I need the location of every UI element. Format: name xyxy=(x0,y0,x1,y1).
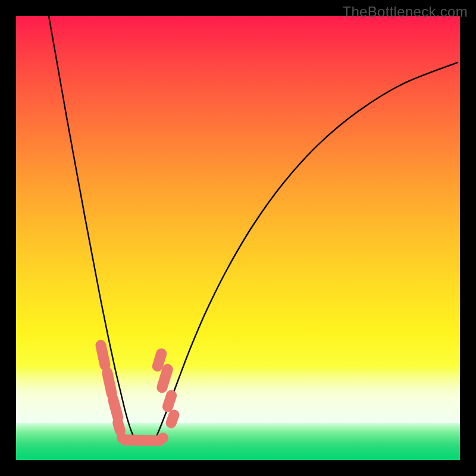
svg-rect-0 xyxy=(95,339,111,372)
marker-left-cluster xyxy=(95,339,111,372)
marker-bottom-right-dot xyxy=(158,433,168,443)
marker-layer xyxy=(95,339,181,446)
curves-svg xyxy=(16,16,460,460)
marker-bottom-left-dot xyxy=(117,433,127,443)
series-right-arm xyxy=(153,62,458,441)
series-left-arm xyxy=(49,16,136,441)
svg-point-9 xyxy=(117,433,127,443)
svg-point-10 xyxy=(158,433,168,443)
plot-area xyxy=(16,16,460,460)
watermark: TheBottleneck.com xyxy=(342,4,468,20)
chart-frame: TheBottleneck.com xyxy=(0,0,476,476)
